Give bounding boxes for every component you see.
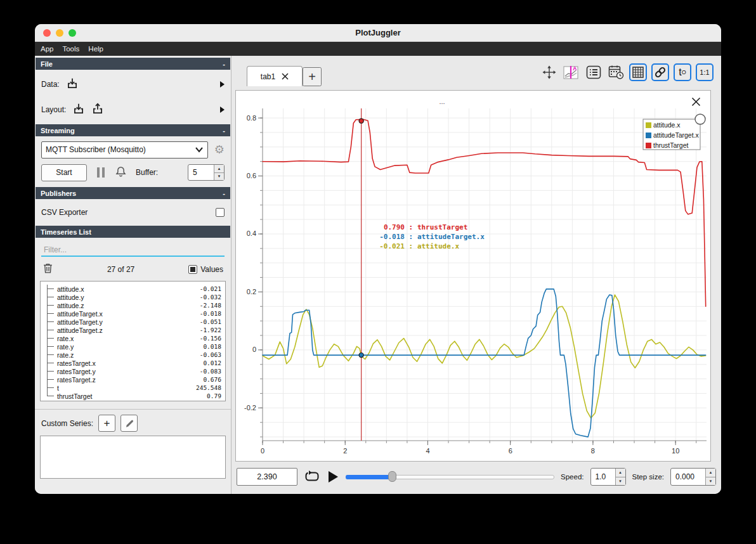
step-size-label: Step size: <box>632 473 665 481</box>
timeseries-item[interactable]: attitude.y-0.032 <box>42 293 221 301</box>
curve-tracker-style-icon[interactable]: A <box>563 63 580 81</box>
play-icon[interactable] <box>327 470 339 484</box>
timeseries-value: -0.051 <box>200 318 221 325</box>
add-custom-series-button[interactable]: + <box>98 415 115 432</box>
menu-item-app[interactable]: App <box>41 45 53 53</box>
tracker-readout: 0.790 : thrustTarget-0.018 : attitudeTar… <box>375 223 485 251</box>
datetime-icon[interactable] <box>607 63 625 81</box>
timeseries-item[interactable]: ratesTarget.z0.676 <box>42 375 221 384</box>
publishers-section-header[interactable]: Publishers - <box>36 187 230 199</box>
plot-close-icon[interactable] <box>690 96 701 107</box>
add-tab-button[interactable]: + <box>303 67 322 86</box>
timeseries-item[interactable]: attitude.z-2.148 <box>42 301 221 309</box>
timeseries-item[interactable]: rate.x-0.156 <box>42 334 221 342</box>
link-axes-icon[interactable] <box>651 63 669 81</box>
legend-label: attitude.x <box>653 121 681 129</box>
csv-exporter-label: CSV Exporter <box>41 208 88 217</box>
menu-bar: AppToolsHelp <box>35 42 721 56</box>
csv-exporter-checkbox[interactable] <box>216 208 225 217</box>
legend-list-icon[interactable] <box>585 63 603 81</box>
streaming-source-select[interactable]: MQTT Subscriber (Mosquitto) <box>41 141 208 159</box>
timeseries-name: attitude.x <box>57 285 200 293</box>
y-tick-label: -0.2 <box>244 404 256 411</box>
filter-input[interactable] <box>41 244 225 256</box>
timeseries-item[interactable]: attitude.x-0.021 <box>42 285 221 293</box>
tab-close-icon[interactable] <box>282 73 289 80</box>
tracker-line: 0.790 : thrustTarget <box>375 223 485 232</box>
pencil-icon <box>124 418 134 429</box>
timeseries-item[interactable]: attitudeTarget.x-0.018 <box>42 309 221 318</box>
loop-icon[interactable] <box>304 470 320 484</box>
current-time-field[interactable]: 2.390 <box>237 468 297 486</box>
edit-custom-series-button[interactable] <box>121 415 138 432</box>
y-tick-label: 0.2 <box>247 288 256 295</box>
timeseries-item[interactable]: ratesTarget.y-0.083 <box>42 367 221 375</box>
y-tick-label: 0.6 <box>247 172 256 179</box>
spin-up-icon[interactable]: ▲ <box>706 469 715 477</box>
streaming-settings-gear-icon[interactable]: ⚙ <box>214 144 225 155</box>
t0-reset-time-icon[interactable]: tO <box>674 63 691 81</box>
plot-panel: tab1 + <box>231 56 721 494</box>
start-button[interactable]: Start <box>41 164 87 181</box>
collapse-icon[interactable]: - <box>223 127 225 134</box>
step-size-spinbox[interactable]: 0.000 ▲▼ <box>670 468 716 486</box>
tab-tab1[interactable]: tab1 <box>247 66 303 86</box>
timeseries-item[interactable]: rate.z-0.063 <box>42 351 221 359</box>
timeseries-item[interactable]: rate.y0.018 <box>42 342 221 351</box>
spin-down-icon[interactable]: ▼ <box>616 477 625 486</box>
y-tick-label: 0.8 <box>247 114 256 122</box>
spin-up-icon[interactable]: ▲ <box>616 469 625 477</box>
timeseries-item[interactable]: thrustTarget0.79 <box>42 392 221 400</box>
collapse-icon[interactable]: - <box>223 60 225 68</box>
data-label: Data: <box>41 80 60 89</box>
layout-expand-arrow[interactable] <box>220 107 225 113</box>
buffer-spinbox[interactable]: 5 ▲▼ <box>188 164 225 181</box>
load-data-icon[interactable] <box>66 77 79 92</box>
slider-handle[interactable] <box>388 471 396 482</box>
tracker-marker <box>359 353 363 358</box>
legend-swatch <box>646 133 651 138</box>
timeseries-value: -0.021 <box>200 285 221 292</box>
save-layout-icon[interactable] <box>91 102 104 117</box>
grid-layout-icon[interactable] <box>629 63 647 81</box>
timeseries-item[interactable]: ratesTarget.x0.012 <box>42 359 221 367</box>
move-arrows-icon[interactable] <box>540 63 558 81</box>
pause-icon[interactable] <box>97 167 105 178</box>
zoom-window-button[interactable] <box>68 29 76 37</box>
buffer-label: Buffer: <box>136 168 158 177</box>
timeseries-item[interactable]: t245.548 <box>42 384 221 392</box>
minimize-window-button[interactable] <box>56 29 63 37</box>
timeseries-name: attitudeTarget.z <box>57 327 200 334</box>
custom-series-label: Custom Series: <box>41 419 93 428</box>
collapse-icon[interactable]: - <box>223 190 225 197</box>
menu-item-help[interactable]: Help <box>88 45 103 53</box>
streaming-section-header[interactable]: Streaming - <box>36 124 230 136</box>
spin-up-icon[interactable]: ▲ <box>214 165 224 173</box>
spin-down-icon[interactable]: ▼ <box>214 173 224 181</box>
menu-item-tools[interactable]: Tools <box>62 45 79 53</box>
x-tick-label: 0 <box>261 447 264 455</box>
series-count: 27 of 27 <box>53 265 188 274</box>
legend-handle-circle[interactable] <box>695 114 705 124</box>
timeseries-item[interactable]: attitudeTarget.y-0.051 <box>42 318 221 326</box>
close-window-button[interactable] <box>43 29 51 37</box>
ratio-1-1-icon[interactable]: 1:1 <box>696 63 714 81</box>
plot-widget[interactable]: 02468100.80.60.40.20-0.2...attitude.xatt… <box>235 90 711 462</box>
timeseries-name: attitude.y <box>57 294 200 301</box>
custom-series-listbox[interactable] <box>40 436 226 479</box>
load-layout-icon[interactable] <box>72 102 85 117</box>
timeline-slider[interactable] <box>346 471 554 482</box>
notifications-bell-icon[interactable] <box>115 165 127 180</box>
file-section-header[interactable]: File - <box>36 58 230 70</box>
values-checkbox[interactable] <box>188 265 197 274</box>
timeseries-item[interactable]: attitudeTarget.z-1.922 <box>42 326 221 334</box>
timeseries-section-header[interactable]: Timeseries List <box>36 226 230 238</box>
chart-canvas[interactable]: 02468100.80.60.40.20-0.2...attitude.xatt… <box>236 91 712 462</box>
spin-down-icon[interactable]: ▼ <box>706 477 715 486</box>
legend-label: thrustTarget <box>653 141 689 149</box>
timeseries-listbox[interactable]: attitude.x-0.021attitude.y-0.032attitude… <box>40 281 226 401</box>
delete-trash-icon[interactable] <box>42 262 53 276</box>
speed-spinbox[interactable]: 1.0 ▲▼ <box>590 468 626 486</box>
data-expand-arrow[interactable] <box>220 81 225 87</box>
timeseries-name: rate.x <box>57 335 200 342</box>
